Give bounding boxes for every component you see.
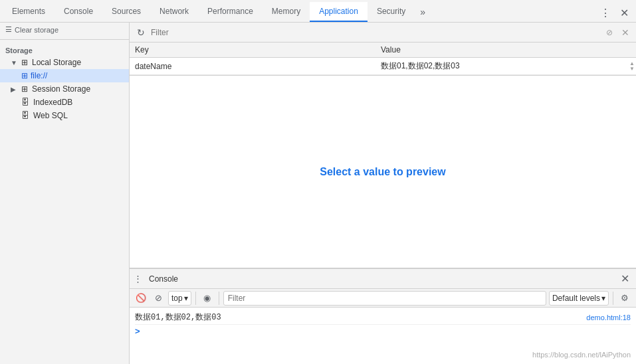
preview-text: Select a value to preview (320, 166, 445, 178)
tab-network[interactable]: Network (150, 2, 198, 22)
main-layout: ☰ Clear storage Storage ▼ ⊞ Local Storag… (0, 23, 636, 364)
console-context-select[interactable]: top ▾ (168, 291, 191, 306)
console-output: 数据01,数据02,数据03 demo.html:18 > (130, 308, 636, 364)
session-storage-icon: ⊞ (21, 84, 28, 94)
console-close-button[interactable]: ✕ (617, 272, 632, 286)
toolbar-divider (195, 292, 196, 305)
gear-icon: ⚙ (621, 293, 629, 303)
col-key-header: Key (130, 43, 375, 58)
devtools-menu-button[interactable]: ⋮ (596, 3, 615, 22)
eye-icon: ◉ (203, 293, 211, 303)
console-title: Console (149, 274, 178, 284)
console-eye-button[interactable]: ◉ (200, 291, 215, 306)
sidebar-item-web-sql[interactable]: 🗄 Web SQL (0, 109, 129, 122)
stop-icon: ⊘ (155, 293, 162, 303)
web-sql-icon: 🗄 (21, 111, 29, 120)
indexed-db-icon: 🗄 (21, 98, 29, 107)
console-filter-input[interactable] (223, 291, 546, 306)
sidebar-item-indexed-db[interactable]: 🗄 IndexedDB (0, 96, 129, 109)
toolbar-divider2 (219, 292, 219, 305)
value-arrows-icon: ▲▼ (629, 61, 635, 72)
tab-more[interactable]: » (415, 2, 431, 22)
storage-section-header: Storage (0, 43, 129, 56)
clear-storage-button[interactable]: ☰ Clear storage (0, 23, 129, 37)
expand-arrow-icon: ▼ (11, 59, 19, 66)
table-preview-split: ↻ ⊘ ✕ Key Value (130, 23, 636, 268)
tab-performance[interactable]: Performance (198, 2, 263, 22)
console-stop-button[interactable]: ⊘ (151, 291, 165, 306)
console-toolbar: ⋮ Console ✕ (130, 269, 636, 289)
tab-memory[interactable]: Memory (263, 2, 310, 22)
tabs-bar: Elements Console Sources Network Perform… (0, 0, 636, 23)
filter-bar: ↻ ⊘ ✕ (130, 23, 636, 43)
devtools-close-button[interactable]: ✕ (615, 3, 633, 22)
table-row[interactable]: dateName 数据01,数据02,数据03 ▲▼ (130, 58, 636, 75)
block-icon[interactable]: ⊘ (603, 26, 616, 39)
dropdown-icon: ▾ (184, 294, 188, 303)
tab-security[interactable]: Security (368, 2, 415, 22)
expand-arrow-icon: ▶ (11, 86, 19, 93)
sidebar-item-local-storage[interactable]: ▼ ⊞ Local Storage (0, 56, 129, 69)
tab-sources[interactable]: Sources (102, 2, 150, 22)
tab-elements[interactable]: Elements (3, 2, 54, 22)
tab-console[interactable]: Console (54, 2, 102, 22)
preview-area: Select a value to preview (130, 76, 636, 268)
console-clear-button[interactable]: 🚫 (134, 291, 148, 306)
sidebar: ☰ Clear storage Storage ▼ ⊞ Local Storag… (0, 23, 130, 364)
console-panel: ⋮ Console ✕ 🚫 ⊘ top ▾ ◉ (130, 268, 636, 364)
clear-icon: ☰ (5, 25, 12, 34)
filter-input[interactable] (151, 28, 600, 37)
console-log-line: 数据01,数据02,数据03 demo.html:18 (135, 310, 631, 325)
refresh-button[interactable]: ↻ (134, 25, 148, 40)
console-source-link[interactable]: demo.html:18 (586, 314, 631, 321)
tab-application[interactable]: Application (310, 2, 368, 22)
storage-table-section: Key Value dateName 数据01,数据02,数据03 ▲▼ (130, 43, 636, 76)
key-cell: dateName (130, 58, 375, 75)
console-drag-icon: ⋮ (134, 274, 142, 284)
sidebar-item-session-storage[interactable]: ▶ ⊞ Session Storage (0, 82, 129, 96)
right-panel: ↻ ⊘ ✕ Key Value (130, 23, 636, 364)
file-icon: ⊞ (21, 71, 28, 80)
console-settings-button[interactable]: ⚙ (617, 291, 632, 306)
levels-dropdown-icon: ▾ (601, 294, 605, 303)
console-log-text: 数据01,数据02,数据03 (135, 312, 221, 323)
toolbar-divider3 (613, 292, 613, 305)
tabs-right: ⋮ ✕ (596, 3, 633, 22)
storage-table: Key Value dateName 数据01,数据02,数据03 ▲▼ (130, 43, 636, 75)
prompt-arrow-icon: > (135, 326, 140, 336)
console-levels-select[interactable]: Default levels ▾ (549, 291, 609, 306)
sidebar-item-file[interactable]: ⊞ file:// (0, 69, 129, 82)
local-storage-icon: ⊞ (21, 58, 28, 67)
filter-clear-button[interactable]: ✕ (619, 26, 632, 39)
col-value-header: Value (375, 43, 636, 58)
value-cell: 数据01,数据02,数据03 ▲▼ (375, 58, 636, 75)
clear-console-icon: 🚫 (136, 293, 146, 303)
sidebar-divider (0, 39, 129, 40)
console-secondary-toolbar: 🚫 ⊘ top ▾ ◉ Default levels ▾ (130, 289, 636, 308)
console-prompt: > (135, 325, 631, 337)
